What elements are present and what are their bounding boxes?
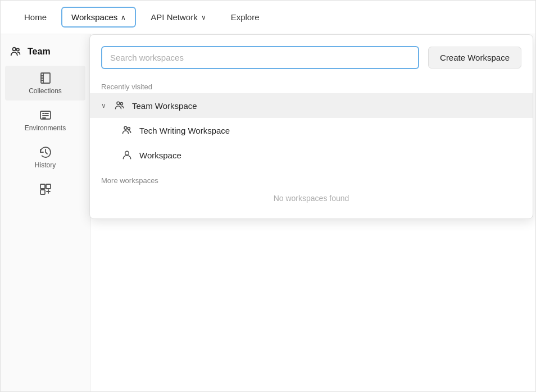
personal-workspace-name: Workspace xyxy=(139,151,181,160)
svg-point-9 xyxy=(124,126,127,129)
workspace-item-team[interactable]: ∨ Team Workspace xyxy=(90,93,533,118)
explore-label: Explore xyxy=(231,12,260,22)
top-nav: Home Workspaces ∧ API Network ∨ Explore xyxy=(1,1,535,34)
workspaces-dropdown: Create Workspace Recently visited ∨ Team… xyxy=(89,34,533,219)
no-workspaces-found: No workspaces found xyxy=(90,187,533,209)
api-network-chevron-icon: ∨ xyxy=(201,13,206,21)
nav-home[interactable]: Home xyxy=(14,7,57,28)
history-icon xyxy=(39,145,52,159)
add-icon xyxy=(39,183,52,196)
tech-writing-workspace-icon xyxy=(121,125,133,136)
sidebar: Team Collections xyxy=(1,34,90,391)
main-body: Team Collections xyxy=(1,34,535,391)
sidebar-item-history[interactable]: History xyxy=(5,140,85,175)
search-workspaces-input[interactable] xyxy=(110,53,410,62)
collections-icon xyxy=(39,71,52,85)
create-workspace-button[interactable]: Create Workspace xyxy=(428,47,521,69)
sidebar-item-add[interactable] xyxy=(5,177,85,202)
environments-label: Environments xyxy=(25,124,66,132)
sidebar-item-environments[interactable]: Environments xyxy=(5,103,85,138)
workspaces-label: Workspaces xyxy=(71,12,117,22)
dropdown-header: Create Workspace xyxy=(90,46,533,78)
workspace-item-tech-writing[interactable]: Tech Writing Workspace xyxy=(90,118,533,143)
team-label: Team xyxy=(28,47,51,57)
svg-point-7 xyxy=(117,102,120,104)
api-network-label: API Network xyxy=(151,12,197,22)
svg-rect-6 xyxy=(40,190,45,194)
more-workspaces-label: More workspaces xyxy=(90,172,533,187)
search-box[interactable] xyxy=(101,46,419,69)
svg-point-10 xyxy=(128,127,130,130)
nav-explore[interactable]: Explore xyxy=(221,7,270,28)
personal-workspace-icon xyxy=(121,149,133,161)
history-label: History xyxy=(35,161,56,169)
home-label: Home xyxy=(24,12,47,22)
svg-point-8 xyxy=(120,103,122,105)
recently-visited-label: Recently visited xyxy=(90,78,533,93)
svg-rect-5 xyxy=(46,184,51,189)
svg-rect-4 xyxy=(40,184,45,189)
svg-point-11 xyxy=(125,151,129,155)
sidebar-team[interactable]: Team xyxy=(1,39,90,65)
workspace-chevron-icon: ∨ xyxy=(101,102,106,110)
collections-label: Collections xyxy=(29,87,62,95)
nav-api-network[interactable]: API Network ∨ xyxy=(140,7,216,28)
tech-writing-workspace-name: Tech Writing Workspace xyxy=(139,126,230,135)
team-workspace-name: Team Workspace xyxy=(132,101,197,111)
environments-icon xyxy=(39,108,52,122)
svg-point-0 xyxy=(13,48,16,51)
app-container: Home Workspaces ∧ API Network ∨ Explore xyxy=(0,0,536,392)
nav-workspaces[interactable]: Workspaces ∧ xyxy=(61,7,136,28)
workspaces-chevron-icon: ∧ xyxy=(121,13,126,21)
sidebar-item-collections[interactable]: Collections xyxy=(5,66,85,101)
team-workspace-icon xyxy=(114,100,125,111)
team-icon xyxy=(10,45,22,58)
svg-point-1 xyxy=(16,48,19,51)
workspace-item-personal[interactable]: Workspace xyxy=(90,143,533,167)
